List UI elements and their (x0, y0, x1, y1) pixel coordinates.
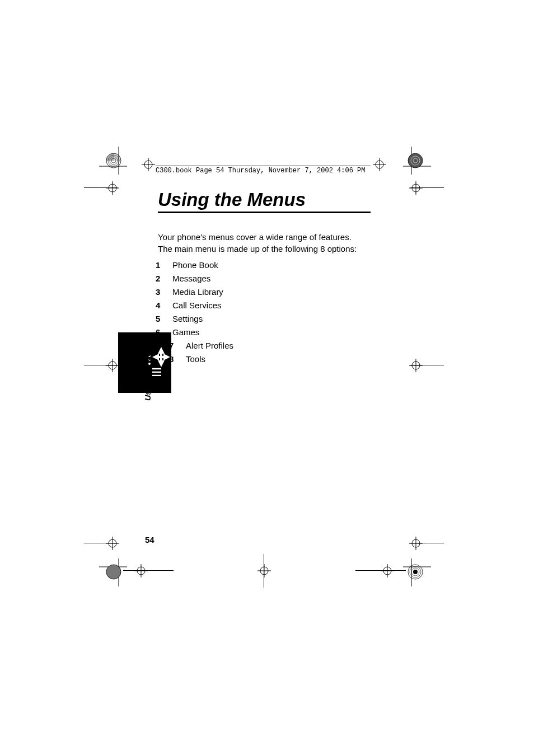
registration-mark-icon (106, 359, 119, 372)
list-item-label: Messages (172, 274, 210, 283)
registration-mark-icon (106, 537, 119, 550)
list-item: 1Phone Book (156, 260, 233, 270)
list-item: 4Call Services (156, 300, 233, 310)
list-item-label: Phone Book (172, 260, 218, 270)
page-title: Using the Menus (158, 189, 306, 210)
list-item: 3Media Library (156, 287, 233, 297)
header-source-text: C300.book Page 54 Thursday, November 7, … (156, 167, 365, 175)
list-item-label: Games (172, 327, 199, 337)
crop-line (355, 570, 406, 571)
registration-mark-icon (257, 564, 271, 577)
color-control-icon (105, 152, 122, 169)
crop-line (84, 543, 118, 543)
registration-mark-icon (134, 564, 148, 577)
list-item-number: 3 (156, 287, 172, 297)
list-item-label: Alert Profiles (186, 341, 233, 350)
section-side-label-text: Using the Menus (143, 338, 152, 401)
header-rule (156, 166, 371, 166)
section-side-label: Using the Menus (143, 336, 152, 403)
list-item-label: Tools (186, 354, 205, 364)
list-item-label: Call Services (172, 300, 222, 310)
page-number: 54 (145, 535, 154, 544)
registration-mark-icon (106, 181, 119, 195)
crop-line (410, 543, 444, 543)
crop-line (123, 570, 174, 571)
list-item-number: 7 (169, 341, 186, 350)
color-control-icon (105, 564, 122, 580)
color-control-icon (407, 152, 424, 169)
registration-mark-icon (409, 181, 423, 195)
registration-mark-icon (373, 158, 386, 171)
list-item-number: 4 (156, 300, 172, 310)
list-item: 2Messages (156, 274, 233, 283)
list-item-label: Media Library (172, 287, 223, 297)
registration-mark-icon (409, 359, 423, 372)
list-item: 8Tools (169, 354, 233, 364)
list-item-label: Settings (172, 314, 203, 323)
crop-line (410, 365, 444, 365)
svg-rect-17 (157, 356, 166, 358)
crop-line (84, 365, 118, 365)
crop-line (264, 554, 264, 588)
registration-mark-icon (381, 564, 394, 577)
color-control-icon (407, 564, 424, 580)
title-rule (158, 212, 371, 213)
list-item-number: 8 (169, 354, 186, 364)
registration-mark-icon (142, 158, 155, 171)
svg-point-39 (413, 570, 418, 574)
list-item: 7Alert Profiles (169, 341, 233, 350)
crop-line (410, 187, 444, 188)
crop-line (84, 187, 118, 188)
list-item: 5Settings (156, 314, 233, 323)
list-item-number: 1 (156, 260, 172, 270)
list-item-number: 2 (156, 274, 172, 283)
intro-paragraph: Your phone's menus cover a wide range of… (158, 231, 365, 255)
registration-mark-icon (409, 537, 423, 550)
list-item-number: 5 (156, 314, 172, 323)
